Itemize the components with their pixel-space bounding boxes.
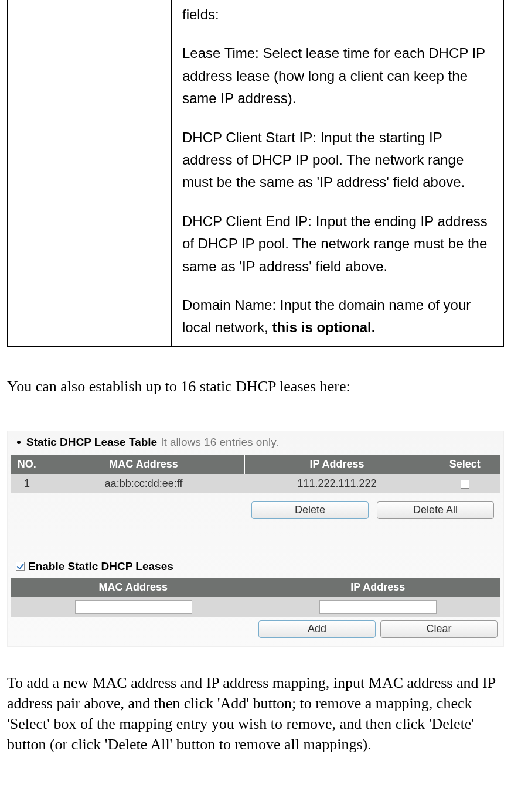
desc-start-ip: DHCP Client Start IP: Input the starting… xyxy=(182,127,493,194)
delete-button[interactable]: Delete xyxy=(251,501,369,519)
table-row: 1 aa:bb:cc:dd:ee:ff 111.222.111.222 xyxy=(11,474,500,493)
lease-table-heading: Static DHCP Lease Table It allows 16 ent… xyxy=(11,434,500,455)
lease-header-ip: IP Address xyxy=(244,455,430,474)
enable-leases-row: Enable Static DHCP Leases xyxy=(11,519,500,578)
select-checkbox[interactable] xyxy=(461,480,469,489)
description-table: fields: Lease Time: Select lease time fo… xyxy=(7,0,504,347)
desc-fields: fields: xyxy=(182,4,493,26)
delete-button-row: Delete Delete All xyxy=(11,493,500,519)
clear-button[interactable]: Clear xyxy=(380,620,498,638)
lease-table: NO. MAC Address IP Address Select 1 aa:b… xyxy=(11,455,500,493)
lease-header-select: Select xyxy=(430,455,500,474)
body-paragraph-1: You can also establish up to 16 static D… xyxy=(7,376,504,397)
lease-header-mac: MAC Address xyxy=(43,455,244,474)
mac-address-input[interactable] xyxy=(75,600,192,614)
ip-address-input[interactable] xyxy=(319,600,437,614)
desc-domain-name: Domain Name: Input the domain name of yo… xyxy=(182,294,493,339)
entry-table: MAC Address IP Address xyxy=(11,578,500,617)
lease-table-subtitle: It allows 16 entries only. xyxy=(161,436,278,449)
lease-cell-select xyxy=(430,474,500,493)
entry-header-ip: IP Address xyxy=(255,578,500,597)
bullet-icon xyxy=(17,441,21,444)
lease-cell-no: 1 xyxy=(11,474,43,493)
add-button[interactable]: Add xyxy=(258,620,376,638)
lease-header-no: NO. xyxy=(11,455,43,474)
lease-cell-mac: aa:bb:cc:dd:ee:ff xyxy=(43,474,244,493)
desc-lease-time: Lease Time: Select lease time for each D… xyxy=(182,42,493,110)
static-dhcp-screenshot: Static DHCP Lease Table It allows 16 ent… xyxy=(7,431,504,647)
description-cell: fields: Lease Time: Select lease time fo… xyxy=(182,4,493,339)
lease-cell-ip: 111.222.111.222 xyxy=(244,474,430,493)
table-row xyxy=(11,597,500,617)
desc-end-ip: DHCP Client End IP: Input the ending IP … xyxy=(182,210,493,278)
entry-header-mac: MAC Address xyxy=(11,578,255,597)
enable-leases-label: Enable Static DHCP Leases xyxy=(28,560,173,573)
lease-table-title: Static DHCP Lease Table xyxy=(26,436,157,449)
enable-leases-checkbox[interactable] xyxy=(16,562,25,571)
delete-all-button[interactable]: Delete All xyxy=(377,501,494,519)
add-button-row: Add Clear xyxy=(11,617,500,638)
body-paragraph-2: To add a new MAC address and IP address … xyxy=(7,673,504,755)
